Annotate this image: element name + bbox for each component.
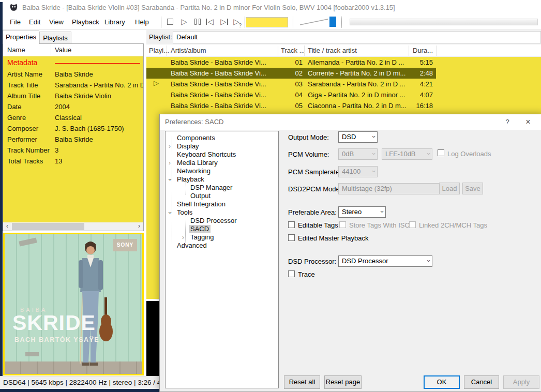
chevron-down-icon: › (425, 153, 432, 155)
chevron-down-icon: › (370, 153, 378, 155)
property-row[interactable]: Track TitleSarabanda - Partita No. 2 in … (3, 80, 143, 91)
chevron-down-icon: › (378, 210, 386, 213)
next-button[interactable]: ▷ (218, 16, 229, 28)
toolbar-separator (341, 17, 342, 28)
lfe-volume-dropdown: LFE-10dB› (382, 148, 432, 160)
pcm-samplerate-dropdown: 44100› (338, 166, 378, 177)
playlist-bar: Playlist: Default (146, 30, 541, 44)
property-row[interactable]: Artist NameBaiba Skride (3, 69, 143, 80)
edited-master-playback-checkbox[interactable] (288, 234, 295, 241)
menu-playback[interactable]: Playback (69, 14, 102, 29)
window-titlebar[interactable]: Baiba Skride - [Baiba Skride Violin #03]… (3, 0, 541, 14)
screen: { "window": { "title": "Baiba Skride - [… (0, 0, 541, 392)
chevron-down-icon: › (370, 135, 378, 138)
playlist-row-selected[interactable]: Baiba Skride - Baiba Skride Vi...02Corre… (146, 68, 436, 79)
scroll-right-arrow[interactable]: › (135, 222, 143, 231)
album-artist-last-name: SKRIDE (12, 311, 96, 335)
toolbar-separator (245, 17, 245, 28)
menu-view[interactable]: View (46, 14, 67, 29)
property-row[interactable]: Track Number3 (3, 145, 143, 156)
playlist-row-playing[interactable]: ▷ Baiba Skride - Baiba Skride Vi...03Sar… (146, 79, 541, 89)
dsd-processor-label: DSD Processor: (288, 258, 336, 265)
next-icon: ▷ (220, 17, 227, 26)
menu-edit[interactable]: Edit (26, 14, 43, 29)
tab-playlists[interactable]: Playlists (39, 32, 71, 44)
property-row[interactable]: Date2004 (3, 101, 143, 112)
chevron-down-icon: › (425, 260, 432, 262)
preferable-area-label: Preferable Area: (288, 208, 337, 216)
linked-tags-label: Linked 2CH/MCH Tags (419, 221, 487, 229)
trace-checkbox[interactable] (288, 270, 295, 277)
seekbar[interactable] (246, 17, 288, 27)
reset-page-button[interactable]: Reset page (324, 375, 362, 389)
pause-button[interactable] (192, 16, 203, 28)
dialog-titlebar[interactable]: Preferences: SACD ? × (160, 114, 541, 130)
ok-button[interactable]: OK (424, 375, 460, 389)
save-button: Save (462, 183, 483, 194)
toolbar-separator (161, 17, 161, 28)
playlist-row[interactable]: Baiba Skride - Baiba Skride Vi...04Giga … (146, 89, 541, 100)
log-overloads-label: Log Overloads (447, 150, 491, 158)
editable-tags-checkbox[interactable] (288, 221, 295, 228)
status-text: DSD64 | 5645 kbps | 2822400 Hz | stereo … (3, 379, 171, 386)
spectrum-seekbar[interactable] (350, 19, 538, 25)
column-duration[interactable]: Dura... (413, 47, 433, 54)
column-title[interactable]: Title / track artist (308, 47, 357, 54)
stop-button[interactable] (165, 16, 176, 28)
chevron-down-icon: › (370, 170, 378, 172)
column-value: Value (55, 46, 71, 54)
column-divider[interactable] (51, 45, 51, 55)
tab-properties[interactable]: Properties (3, 30, 39, 44)
help-button[interactable]: ? (500, 116, 515, 128)
volume-slider-handle[interactable] (329, 17, 336, 27)
horizontal-scrollbar[interactable]: ‹ › (3, 222, 143, 231)
linked-tags-checkbox (409, 221, 416, 228)
property-row[interactable]: ComposerJ. S. Bach (1685-1750) (3, 123, 143, 134)
properties-header: Name Value (3, 44, 143, 56)
pause-icon (194, 19, 201, 25)
playlist-name-field[interactable]: Default (173, 31, 541, 43)
reset-all-button[interactable]: Reset all (284, 375, 320, 389)
album-art-panel: SONY BAIBA SKRIDE BACH BARTÓK YSAŸE (3, 233, 144, 375)
album-art: SONY BAIBA SKRIDE BACH BARTÓK YSAŸE (5, 234, 142, 374)
property-row[interactable]: Total Tracks13 (3, 156, 143, 167)
pcm-samplerate-label: PCM Samplerate: (288, 168, 341, 176)
store-tags-with-iso-label: Store Tags With ISO (349, 221, 410, 229)
menu-library[interactable]: Library (101, 14, 128, 29)
play-button[interactable]: ▷ (178, 16, 190, 28)
close-icon[interactable]: × (520, 116, 536, 128)
previous-icon (206, 19, 207, 25)
cancel-button[interactable]: Cancel (464, 375, 499, 389)
apply-button: Apply (503, 375, 539, 389)
store-tags-with-iso-checkbox (339, 221, 346, 228)
column-artist-album[interactable]: Artist/album (171, 47, 206, 54)
column-name: Name (7, 46, 25, 54)
previous-button[interactable]: ◁ (205, 16, 216, 28)
album-art-figure (5, 234, 142, 373)
log-overloads-checkbox (438, 149, 444, 156)
menu-help[interactable]: Help (132, 14, 152, 29)
column-track[interactable]: Track ... (281, 47, 305, 54)
property-row[interactable]: GenreClassical (3, 112, 143, 123)
volume-slider[interactable] (299, 17, 329, 27)
foobar2000-app-icon (9, 3, 18, 12)
scrollbar-thumb[interactable] (12, 223, 84, 230)
preferences-tree: Components ›Display Keyboard Shortcuts ›… (165, 131, 279, 388)
pcm-volume-label: PCM Volume: (288, 150, 329, 158)
output-mode-dropdown[interactable]: DSD› (338, 131, 378, 143)
playlist-column-headers: Playi... Artist/album Track ... Title / … (146, 44, 541, 57)
property-row[interactable]: Album TitleBaiba Skride Violin (3, 91, 143, 101)
menu-file[interactable]: File (7, 14, 24, 29)
dsd-processor-dropdown[interactable]: DSD Processor› (338, 255, 432, 267)
scroll-left-arrow[interactable]: ‹ (3, 222, 11, 231)
playlist-row[interactable]: Baiba Skride - Baiba Skride Vi...05Ciaco… (146, 100, 541, 111)
edited-master-playback-label: Edited Master Playback (298, 234, 369, 242)
metadata-group-row[interactable]: Metadata (3, 57, 143, 68)
random-button[interactable]: ▷? (231, 16, 242, 28)
dialog-title: Preferences: SACD (165, 118, 223, 126)
properties-list: Metadata Artist NameBaiba Skride Track T… (3, 56, 143, 222)
preferable-area-dropdown[interactable]: Stereo› (338, 206, 386, 218)
toolbar-separator (293, 17, 293, 28)
playlist-row[interactable]: Baiba Skride - Baiba Skride Vi...01Allem… (146, 57, 541, 68)
property-row[interactable]: PerformerBaiba Skride (3, 134, 143, 145)
